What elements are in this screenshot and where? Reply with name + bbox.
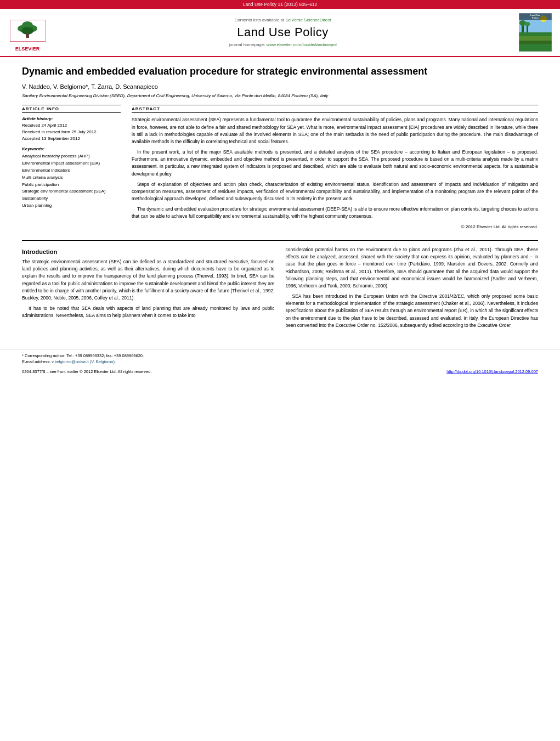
journal-header: ELSEVIER Contents lists available at Sci… [0,9,560,57]
abstract-paragraph: The dynamic and embedded evaluation proc… [132,206,538,220]
elsevier-text: ELSEVIER [15,46,40,52]
footnote-email: E-mail address: v.belgiorno@unisa.it (V.… [22,359,538,365]
doi-text: http://dx.doi.org/10.1016/j.landusepol.2… [446,369,538,374]
accepted-date: Accepted 13 September 2012 [22,135,121,142]
email-link[interactable]: v.belgiorno@unisa.it (V. Belgiorno). [52,359,116,364]
keyword-item: Public participation [22,182,121,189]
keyword-item: Strategic environmental assessment (SEA) [22,188,121,195]
body-content: Introduction The strategic environmental… [22,246,538,332]
abstract-header: ABSTRACT [132,105,538,113]
section-divider [22,240,538,241]
homepage-prefix: journal homepage: [229,42,267,47]
received-date: Received 24 April 2012 [22,122,121,129]
keyword-item: Environmental indicators [22,167,121,174]
keyword-item: Multi-criteria analysis [22,174,121,182]
keyword-item: Analytical hierarchy process (AHP) [22,153,121,160]
journal-homepage: journal homepage: www.elsevier.com/locat… [229,42,337,47]
sciverse-line: Contents lists available at SciVerse Sci… [234,18,331,22]
homepage-link[interactable]: www.elsevier.com/locate/landusepol [267,42,337,47]
abstract-paragraph: Strategic environmental assessment (SEA)… [132,116,538,145]
sciverse-link[interactable]: SciVerse ScienceDirect [285,18,331,22]
article-info-col: ARTICLE INFO Article history: Received 2… [22,105,121,234]
elsevier-logo-svg [10,20,46,44]
page-footer: * Corresponding author. Tel.: +39 089969… [0,349,560,378]
bottom-bar: 0264-8377/$ – see front matter © 2012 El… [22,369,538,374]
journal-title: Land Use Policy [237,25,328,39]
abstract-text: Strategic environmental assessment (SEA)… [132,116,538,230]
keyword-item: Sustainability [22,195,121,202]
journal-issue: Land Use Policy 31 (2013) 605–612 [243,2,318,7]
article-history: Article history: Received 24 April 2012 … [22,116,121,142]
keywords-label: Keywords: [22,146,121,151]
footnote-corresponding: * Corresponding author. Tel.: +39 089969… [22,353,538,359]
intro-right-text: consideration potential harms on the env… [286,246,539,329]
history-label: Article history: [22,116,121,121]
article-info-abstract: ARTICLE INFO Article history: Received 2… [22,105,538,234]
abstract-col: ABSTRACT Strategic environmental assessm… [132,105,538,234]
svg-point-14 [525,22,530,26]
keywords-list: Analytical hierarchy process (AHP)Enviro… [22,153,121,209]
authors: V. Naddeo, V. Belgiorno*, T. Zarra, D. S… [22,83,538,90]
sciverse-prefix: Contents lists available at [234,18,285,22]
received-revised-date: Received in revised form 25 July 2012 [22,129,121,135]
affiliation: Sanitary Environmental Engineering Divis… [22,93,538,98]
footnote-author: * Corresponding author. Tel.: +39 089969… [22,353,144,358]
svg-rect-16 [519,41,552,44]
page: Land Use Policy 31 (2013) 605–612 ELSEVI… [0,0,560,741]
keyword-item: Urban planning [22,202,121,210]
intro-left-text: The strategic environmental assessment (… [22,258,275,319]
keywords-section: Keywords: Analytical hierarchy process (… [22,146,121,209]
keyword-item: Environmental impact assessment (EIA) [22,160,121,167]
article-info-header: ARTICLE INFO [22,105,121,113]
svg-point-4 [21,27,33,35]
top-bar: Land Use Policy 31 (2013) 605–612 [0,0,560,9]
main-content: Dynamic and embedded evaluation procedur… [0,57,560,341]
intro-left-paragraph: The strategic environmental assessment (… [22,258,275,302]
issn-text: 0264-8377/$ – see front matter © 2012 El… [22,369,152,374]
introduction-title: Introduction [22,248,275,255]
svg-rect-5 [26,33,29,38]
svg-rect-15 [519,36,552,41]
journal-center: Contents lists available at SciVerse Sci… [55,13,511,52]
abstract-paragraph: In the present work, a list of the major… [132,149,538,178]
cover-image-svg: Land Use Policy [519,13,552,52]
abstract-paragraph: © 2012 Elsevier Ltd. All rights reserved… [132,224,538,230]
intro-left-col: Introduction The strategic environmental… [22,246,275,332]
journal-cover: Land Use Policy [516,13,555,52]
abstract-paragraph: Steps of explanation of objectives and a… [132,181,538,203]
intro-right-paragraph: consideration potential harms on the env… [286,246,539,290]
intro-right-paragraph: SEA has been introduced in the European … [286,293,539,329]
doi-link[interactable]: http://dx.doi.org/10.1016/j.landusepol.2… [446,369,538,374]
elsevier-logo-area: ELSEVIER [5,13,49,52]
email-label: E-mail address: [22,359,52,364]
article-title: Dynamic and embedded evaluation procedur… [22,65,538,78]
intro-right-col: consideration potential harms on the env… [286,246,539,332]
svg-text:Policy: Policy [532,16,539,19]
intro-left-paragraph: It has to be noted that SEA deals with a… [22,305,275,319]
